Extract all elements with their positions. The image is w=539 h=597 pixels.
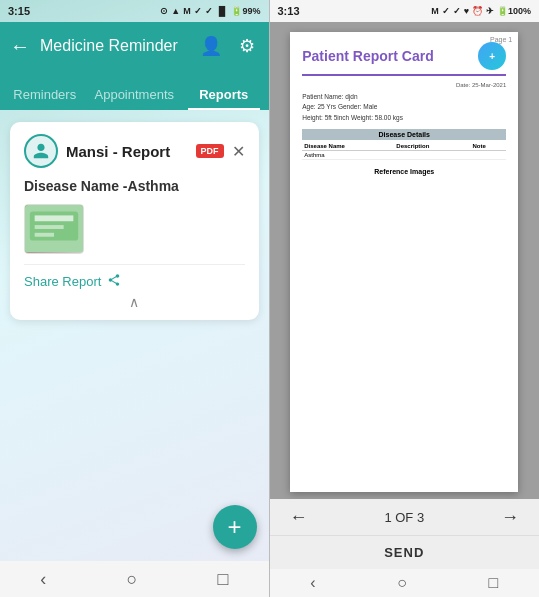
nav-bar-right: ‹ ○ □ bbox=[270, 569, 540, 597]
svg-rect-2 bbox=[35, 215, 74, 221]
pdf-disease-section: Disease Details bbox=[302, 129, 506, 140]
share-report-row[interactable]: Share Report bbox=[24, 273, 245, 290]
tab-appointments[interactable]: Appointments bbox=[90, 87, 180, 110]
fab-add-button[interactable]: + bbox=[213, 505, 257, 549]
status-bar-left: 3:15 ⊙ ▲ M ✓ ✓ ▐▌ 🔋99% bbox=[0, 0, 269, 22]
pdf-report-title: Patient Report Card bbox=[302, 48, 433, 64]
pdf-send-bar: SEND bbox=[270, 535, 540, 569]
pdf-date: Date: 25-Mar-2021 bbox=[302, 82, 506, 88]
pdf-prev-button[interactable]: ← bbox=[290, 507, 308, 528]
nav-bar-left: ‹ ○ □ bbox=[0, 561, 269, 597]
tab-reminders[interactable]: Reminders bbox=[0, 87, 90, 110]
col-description: Description bbox=[394, 142, 470, 151]
pdf-logo: + bbox=[478, 42, 506, 70]
svg-rect-3 bbox=[35, 225, 64, 229]
nav-recent-right[interactable]: □ bbox=[489, 574, 499, 592]
status-bar-right: 3:13 M ✓ ✓ ♥ ⏰ ✈ 🔋100% bbox=[270, 0, 540, 22]
time-left: 3:15 bbox=[8, 5, 30, 17]
tab-bar: Reminders Appointments Reports bbox=[0, 70, 269, 110]
pdf-patient-info: Patient Name: djdn Age: 25 Yrs Gender: M… bbox=[302, 92, 506, 123]
nav-back-left[interactable]: ‹ bbox=[40, 569, 46, 590]
close-button[interactable]: ✕ bbox=[232, 142, 245, 161]
send-button[interactable]: SEND bbox=[384, 545, 424, 560]
pdf-ref-images: Reference Images bbox=[302, 168, 506, 175]
share-icon bbox=[107, 273, 121, 290]
report-card-header: Mansi - Report PDF ✕ bbox=[24, 134, 245, 168]
status-icons-left: ⊙ ▲ M ✓ ✓ ▐▌ 🔋99% bbox=[160, 6, 260, 16]
settings-icon[interactable]: ⚙ bbox=[233, 35, 261, 57]
report-title-row: Mansi - Report bbox=[24, 134, 170, 168]
profile-icon[interactable]: 👤 bbox=[197, 35, 225, 57]
col-disease: Disease Name bbox=[302, 142, 394, 151]
tab-reports[interactable]: Reports bbox=[179, 87, 269, 110]
pdf-disease-table: Disease Name Description Note Asthma bbox=[302, 142, 506, 160]
pdf-bottom-bar: ← 1 OF 3 → bbox=[270, 499, 540, 535]
collapse-arrow[interactable]: ∧ bbox=[24, 290, 245, 312]
nav-home-right[interactable]: ○ bbox=[397, 574, 407, 592]
time-right: 3:13 bbox=[278, 5, 300, 17]
status-icons-right: M ✓ ✓ ♥ ⏰ ✈ 🔋100% bbox=[431, 6, 531, 16]
nav-home-left[interactable]: ○ bbox=[126, 569, 137, 590]
avatar bbox=[24, 134, 58, 168]
report-image-thumbnail[interactable] bbox=[24, 204, 84, 254]
disease-name: Disease Name -Asthma bbox=[24, 178, 245, 194]
pdf-badge: PDF bbox=[196, 144, 224, 158]
right-panel: 3:13 M ✓ ✓ ♥ ⏰ ✈ 🔋100% Page 1 Patient Re… bbox=[270, 0, 540, 597]
pdf-viewer: Page 1 Patient Report Card + Date: 25-Ma… bbox=[270, 22, 540, 499]
pdf-page-count: 1 OF 3 bbox=[384, 510, 424, 525]
pdf-header: Patient Report Card + bbox=[302, 42, 506, 76]
share-report-label: Share Report bbox=[24, 274, 101, 289]
report-patient-name: Mansi - Report bbox=[66, 143, 170, 160]
page-number: Page 1 bbox=[490, 36, 512, 43]
nav-recent-left[interactable]: □ bbox=[218, 569, 229, 590]
table-row: Asthma bbox=[302, 151, 506, 160]
pdf-next-button[interactable]: → bbox=[501, 507, 519, 528]
pdf-page: Page 1 Patient Report Card + Date: 25-Ma… bbox=[290, 32, 518, 492]
back-button[interactable]: ← bbox=[8, 35, 32, 58]
left-panel: 3:15 ⊙ ▲ M ✓ ✓ ▐▌ 🔋99% ← Medicine Remind… bbox=[0, 0, 269, 597]
svg-rect-4 bbox=[35, 233, 54, 237]
divider bbox=[24, 264, 245, 265]
nav-back-right[interactable]: ‹ bbox=[310, 574, 315, 592]
col-note: Note bbox=[471, 142, 507, 151]
report-header-icons: PDF ✕ bbox=[196, 142, 245, 161]
app-bar: ← Medicine Reminder 👤 ⚙ bbox=[0, 22, 269, 70]
app-title: Medicine Reminder bbox=[40, 37, 189, 55]
report-card: Mansi - Report PDF ✕ Disease Name -Asthm… bbox=[10, 122, 259, 320]
